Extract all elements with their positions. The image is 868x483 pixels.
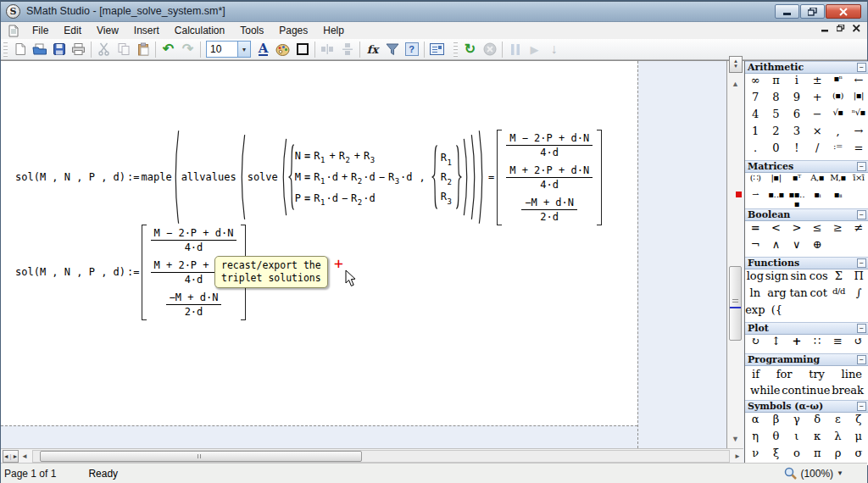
key-sigma[interactable]: σ bbox=[849, 447, 868, 464]
key-sign[interactable]: sign bbox=[765, 269, 789, 286]
key-less-equal[interactable]: ≤ bbox=[807, 221, 827, 238]
key-gamma[interactable]: γ bbox=[787, 413, 807, 430]
unknowns-vector[interactable]: R1 R2 R3 bbox=[438, 152, 455, 203]
key-cross-product[interactable]: ī×ī bbox=[849, 173, 868, 190]
key-while[interactable]: while bbox=[750, 382, 781, 398]
key-range-step[interactable]: ▪▪‥▪ bbox=[787, 190, 807, 207]
expression-solve-definition[interactable]: sol(M , N , P , d):=maple allvalues solv… bbox=[15, 127, 602, 227]
page-nav-button[interactable]: ◄|► bbox=[3, 450, 19, 463]
key-1[interactable]: 1 bbox=[745, 125, 765, 142]
key-ln[interactable]: ln bbox=[745, 286, 765, 303]
key-kappa[interactable]: κ bbox=[807, 430, 827, 447]
horizontal-scrollbar-track[interactable] bbox=[32, 450, 730, 463]
panel-arithmetic-header[interactable]: Arithmetic− bbox=[745, 61, 868, 74]
key-nth-root[interactable]: ⁿ√▪ bbox=[849, 108, 868, 125]
plot-move-icon[interactable]: + bbox=[787, 335, 807, 352]
plot-lines-icon[interactable]: ≡ bbox=[827, 335, 848, 352]
key-integral[interactable]: ∫ bbox=[849, 286, 868, 303]
menu-insert[interactable]: Insert bbox=[126, 23, 167, 38]
key-xor[interactable]: ⊕ bbox=[807, 238, 827, 255]
collapse-icon[interactable]: − bbox=[857, 402, 866, 411]
key-6[interactable]: 6 bbox=[787, 108, 807, 125]
key-sin[interactable]: sin bbox=[788, 269, 809, 286]
panel-symbols-header[interactable]: Symbols (α-ω)− bbox=[745, 400, 868, 413]
print-button[interactable] bbox=[69, 40, 88, 58]
key-alpha[interactable]: α bbox=[745, 413, 765, 430]
key-decimal[interactable]: . bbox=[745, 142, 765, 158]
key-if[interactable]: if bbox=[752, 366, 760, 382]
key-exp[interactable]: exp bbox=[745, 303, 765, 320]
plot-grid-icon[interactable]: ∷ bbox=[807, 335, 827, 352]
minimize-button[interactable] bbox=[775, 4, 799, 19]
restore-button[interactable] bbox=[800, 4, 825, 19]
key-delta[interactable]: δ bbox=[807, 413, 827, 430]
key-try[interactable]: try bbox=[809, 366, 825, 382]
menu-view[interactable]: View bbox=[89, 23, 126, 38]
menu-pages[interactable]: Pages bbox=[271, 23, 315, 38]
worksheet-canvas[interactable]: sol(M , N , P , d):=maple allvalues solv… bbox=[1, 61, 726, 448]
panel-boolean-header[interactable]: Boolean− bbox=[745, 208, 868, 221]
key-theta[interactable]: θ bbox=[765, 430, 786, 447]
key-2[interactable]: 2 bbox=[765, 125, 786, 142]
expression-solve-matrix[interactable]: sol(M , N , P , d):= M − 2·P + d·N4·d M … bbox=[15, 225, 246, 319]
key-element-2d[interactable]: ▪ᵢᵢ bbox=[827, 190, 848, 207]
key-zeta[interactable]: ζ bbox=[849, 413, 868, 430]
function-button[interactable]: fx bbox=[363, 40, 382, 58]
key-line[interactable]: line bbox=[842, 366, 862, 382]
panel-plot-header[interactable]: Plot− bbox=[745, 322, 868, 335]
key-tan[interactable]: tan bbox=[788, 286, 809, 303]
key-multiply[interactable]: × bbox=[807, 125, 827, 142]
key-pi[interactable]: π bbox=[765, 74, 786, 91]
annotation-note[interactable]: recast/export thetriplet solutions bbox=[214, 256, 328, 288]
key-minus[interactable]: − bbox=[807, 108, 827, 125]
key-continue[interactable]: continue bbox=[782, 382, 830, 398]
key-backspace[interactable]: ← bbox=[849, 74, 868, 91]
key-7[interactable]: 7 bbox=[745, 91, 765, 108]
key-nu[interactable]: ν bbox=[745, 447, 765, 464]
vertical-scrollbar[interactable]: ▲▼ ▲ ▼ bbox=[726, 61, 743, 448]
equation-system[interactable]: N=R1+R2+R3 M=R1·d+R2·d−R3·d P=R1·d−R2·d bbox=[295, 146, 413, 209]
key-minor[interactable]: M,▪ bbox=[827, 173, 848, 190]
key-infinity[interactable]: ∞ bbox=[745, 74, 765, 91]
key-cot[interactable]: cot bbox=[809, 286, 829, 303]
key-augment[interactable]: A,▪ bbox=[807, 173, 827, 190]
key-arg[interactable]: arg bbox=[765, 286, 789, 303]
menu-file[interactable]: File bbox=[25, 23, 56, 38]
key-product[interactable]: Π bbox=[849, 269, 868, 286]
key-cos[interactable]: cos bbox=[809, 269, 829, 286]
key-less-than[interactable]: < bbox=[765, 221, 786, 238]
zoom-dropdown-icon[interactable]: ▼ bbox=[837, 469, 843, 477]
zoom-value[interactable]: (100%) bbox=[800, 468, 833, 480]
collapse-icon[interactable]: − bbox=[857, 324, 866, 333]
key-divide[interactable]: / bbox=[807, 142, 827, 158]
zoom-control[interactable]: (100%) ▼ bbox=[784, 467, 843, 480]
recalculate-button[interactable]: ↻ bbox=[460, 40, 480, 58]
menu-tools[interactable]: Tools bbox=[232, 23, 271, 38]
collapse-icon[interactable]: − bbox=[857, 63, 866, 72]
scroll-up-icon[interactable]: ▲ bbox=[731, 80, 740, 88]
font-size-value[interactable]: 10 bbox=[207, 42, 237, 57]
scroll-left-icon[interactable]: ◄ bbox=[19, 452, 31, 460]
collapse-icon[interactable]: − bbox=[857, 162, 866, 171]
key-function-args[interactable]: ({ bbox=[765, 303, 789, 320]
key-eta[interactable]: η bbox=[745, 430, 765, 447]
key-8[interactable]: 8 bbox=[765, 91, 786, 108]
reference-button[interactable]: ? bbox=[402, 40, 421, 58]
key-rho[interactable]: ρ bbox=[827, 447, 848, 464]
plot-scale-icon[interactable]: ↕ bbox=[765, 335, 786, 352]
key-lambda[interactable]: λ bbox=[827, 430, 848, 447]
mdi-close-icon[interactable] bbox=[853, 25, 860, 32]
key-plus[interactable]: + bbox=[807, 91, 827, 108]
collapse-icon[interactable]: − bbox=[857, 210, 866, 219]
key-xi[interactable]: ξ bbox=[765, 447, 786, 464]
mdi-minimize-icon[interactable] bbox=[821, 25, 829, 32]
font-size-dropdown-icon[interactable]: ▾ bbox=[237, 42, 250, 57]
key-comma[interactable]: , bbox=[827, 125, 848, 142]
horizontal-scrollbar-thumb[interactable] bbox=[40, 451, 362, 462]
key-evaluate-arrow[interactable]: → bbox=[849, 125, 868, 142]
key-plusminus[interactable]: ± bbox=[807, 74, 827, 91]
key-0[interactable]: 0 bbox=[765, 142, 786, 158]
key-4[interactable]: 4 bbox=[745, 108, 765, 125]
key-parentheses[interactable]: (▪) bbox=[827, 91, 848, 108]
collapse-icon[interactable]: − bbox=[857, 258, 866, 268]
